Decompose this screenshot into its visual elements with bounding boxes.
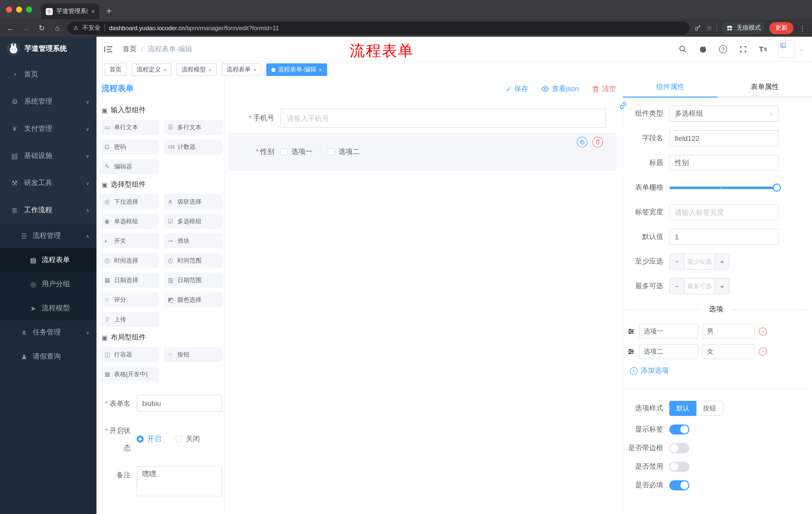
increase-button[interactable]: + <box>715 279 729 294</box>
phone-input[interactable] <box>280 109 606 128</box>
field-name-input[interactable] <box>669 130 779 146</box>
component-radio-group[interactable]: ◉单选框组 <box>100 214 159 229</box>
option-value-input[interactable] <box>702 344 755 359</box>
component-upload[interactable]: ⇧上传 <box>100 312 159 327</box>
checkbox-option-1[interactable]: 选项一 <box>280 147 313 156</box>
canvas-field-phone[interactable]: *手机号 <box>228 109 617 128</box>
sidebar-item-process-model[interactable]: ➤ 流程模型 <box>0 296 96 320</box>
new-tab-button[interactable]: + <box>103 4 116 18</box>
radio-off[interactable]: 关闭 <box>175 435 200 443</box>
option-name-input[interactable] <box>639 344 698 359</box>
forward-icon[interactable]: → <box>21 24 32 32</box>
style-button-button[interactable]: 按钮 <box>696 401 723 416</box>
component-rate[interactable]: ☆评分 <box>100 292 159 307</box>
minimize-window-button[interactable] <box>16 6 22 12</box>
component-date-picker[interactable]: ▦日期选择 <box>100 273 159 288</box>
component-select[interactable]: ◎下拉选择 <box>100 194 159 209</box>
grid-slider[interactable] <box>669 180 779 196</box>
github-icon[interactable] <box>698 44 708 54</box>
reload-icon[interactable]: ↻ <box>36 23 47 32</box>
decrease-button[interactable]: − <box>670 254 685 269</box>
default-value-input[interactable] <box>669 229 779 245</box>
browser-home-icon[interactable]: ⌂ <box>52 24 63 32</box>
component-cascader[interactable]: ⋔级联选择 <box>164 194 222 209</box>
sidebar-item-process-management[interactable]: ☰ 流程管理 ∧ <box>0 224 96 248</box>
component-table[interactable]: ▦表格[开发中] <box>100 367 159 382</box>
decrease-button[interactable]: − <box>670 279 685 294</box>
close-tab-icon[interactable]: × <box>91 7 95 15</box>
tag-process-form[interactable]: 流程表单 × <box>222 63 262 76</box>
component-time-picker[interactable]: ◷时间选择 <box>100 253 159 268</box>
close-tag-icon[interactable]: × <box>319 66 322 73</box>
bookmark-star-icon[interactable]: ☆ <box>706 24 712 32</box>
tab-component-props[interactable]: 组件属性 <box>623 77 718 97</box>
component-slider[interactable]: ⊸滑块 <box>164 233 222 248</box>
style-default-button[interactable]: 默认 <box>669 401 696 416</box>
avatar[interactable] <box>778 40 795 58</box>
option-value-input[interactable] <box>702 324 755 339</box>
component-single-line-text[interactable]: ▭单行文本 <box>100 120 159 135</box>
back-icon[interactable]: ← <box>5 24 16 32</box>
update-browser-button[interactable]: 更新 <box>769 22 793 34</box>
min-select-value[interactable]: 至少应选 <box>685 254 715 269</box>
checkbox-icon[interactable] <box>328 148 335 155</box>
increase-button[interactable]: + <box>715 254 729 269</box>
sidebar-item-infra[interactable]: ▤ 基础设施 ∨ <box>0 142 96 169</box>
component-password[interactable]: ⊡密码 <box>100 139 159 154</box>
sidebar-item-home[interactable]: ◔ 首页 <box>0 61 96 88</box>
tab-form-props[interactable]: 表单属性 <box>718 77 812 97</box>
slider-knob[interactable] <box>773 184 781 192</box>
browser-menu-icon[interactable]: ⋮ <box>798 24 807 32</box>
component-button[interactable]: ☞按钮 <box>164 347 222 362</box>
form-name-input[interactable] <box>137 395 222 412</box>
address-bar[interactable]: ⚠ 不安全 dashboard.yudao.iocoder.cn/bpm/man… <box>67 21 690 34</box>
option-name-input[interactable] <box>639 324 698 339</box>
sidebar-item-devtools[interactable]: ⚒ 研发工具 ∨ <box>0 169 96 197</box>
drag-handle-icon[interactable] <box>627 348 635 356</box>
add-option-button[interactable]: + 添加选项 <box>630 366 812 375</box>
password-key-icon[interactable] <box>694 24 702 32</box>
zoom-window-button[interactable] <box>26 6 32 12</box>
tag-process-model[interactable]: 流程模型 × <box>177 63 216 76</box>
help-icon[interactable]: ? <box>718 44 728 54</box>
sidebar-item-workflow[interactable]: ≣ 工作流程 ∧ <box>0 197 96 224</box>
remove-option-button[interactable]: − <box>759 348 767 356</box>
close-tag-icon[interactable]: × <box>208 66 211 73</box>
component-switch[interactable]: ◐开关 <box>100 233 159 248</box>
sidebar-item-process-form[interactable]: ▤ 流程表单 <box>0 248 96 272</box>
component-color-picker[interactable]: ◩颜色选择 <box>164 292 222 307</box>
drag-handle-icon[interactable] <box>627 327 635 335</box>
breadcrumb-home[interactable]: 首页 <box>123 45 137 54</box>
component-checkbox-group[interactable]: ☑多选框组 <box>164 214 222 229</box>
disabled-toggle[interactable] <box>669 462 689 472</box>
delete-field-button[interactable] <box>592 137 603 147</box>
label-width-input[interactable] <box>669 204 779 220</box>
border-toggle[interactable] <box>669 443 689 453</box>
tag-process-definition[interactable]: 流程定义 × <box>132 63 172 76</box>
required-toggle[interactable] <box>669 480 689 490</box>
tag-process-form-edit[interactable]: 流程表单-编辑 × <box>266 63 327 76</box>
sidebar-item-payment[interactable]: ¥ 支付管理 ∨ <box>0 115 96 142</box>
component-editor[interactable]: ✎编辑器 <box>100 159 159 174</box>
show-label-toggle[interactable] <box>669 425 689 435</box>
remove-option-button[interactable]: − <box>759 327 767 335</box>
clear-button[interactable]: 清空 <box>592 84 616 93</box>
fullscreen-icon[interactable] <box>738 44 748 54</box>
sidebar-item-system[interactable]: ⚙ 系统管理 ∨ <box>0 88 96 115</box>
title-input[interactable] <box>669 155 779 171</box>
tag-home[interactable]: 首页 <box>105 63 127 76</box>
close-tag-icon[interactable]: × <box>163 66 167 73</box>
save-button[interactable]: ✓ 保存 <box>506 84 528 93</box>
component-type-select[interactable]: 多选框组 ∨ <box>669 106 779 122</box>
close-tag-icon[interactable]: × <box>253 66 257 73</box>
sidebar-item-leave-query[interactable]: ♟ 请假查询 <box>0 345 96 369</box>
checkbox-icon[interactable] <box>280 148 287 155</box>
component-counter[interactable]: 123计数器 <box>164 139 222 154</box>
max-select-value[interactable]: 最多可选 <box>685 279 715 294</box>
component-row-container[interactable]: ◫行容器 <box>100 347 159 362</box>
search-icon[interactable] <box>678 44 688 54</box>
font-size-icon[interactable]: T⇅ <box>758 44 768 54</box>
sidebar-item-user-group[interactable]: ◎ 用户分组 <box>0 272 96 296</box>
component-date-range[interactable]: ▥日期范围 <box>164 273 222 288</box>
copy-field-button[interactable] <box>577 137 587 147</box>
